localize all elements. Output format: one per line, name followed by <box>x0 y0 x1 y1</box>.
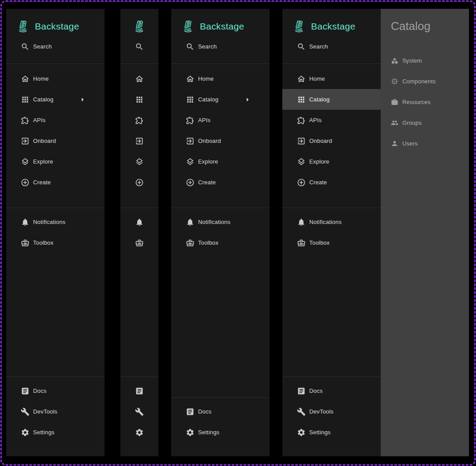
sidebar-expanded-selected: Backstage Search Home Catalog APIs Onboa… <box>282 9 381 456</box>
exit-to-app-icon <box>297 137 306 145</box>
document-icon <box>186 407 195 416</box>
sidebar-item-settings[interactable]: Settings <box>282 422 381 443</box>
item-label: Create <box>309 179 327 186</box>
sidebar-item-apis[interactable]: APIs <box>282 110 381 130</box>
sidebar-item-toolbox[interactable]: Toolbox <box>282 232 381 253</box>
sidebar-item-docs[interactable] <box>120 380 158 401</box>
sidebar-item-home[interactable]: Home <box>282 68 381 89</box>
item-label: Settings <box>33 429 55 436</box>
search-button[interactable]: Search <box>6 36 105 57</box>
sidebar-item-explore[interactable]: Explore <box>282 151 381 172</box>
brand-header[interactable]: Backstage <box>6 9 105 36</box>
bell-icon <box>186 218 195 227</box>
home-icon <box>186 75 195 83</box>
item-label: Docs <box>33 388 46 394</box>
sidebar-item-onboard[interactable]: Onboard <box>282 130 381 151</box>
submenu-item-system[interactable]: System <box>391 50 465 71</box>
gear-icon <box>21 428 30 437</box>
sidebar-item-apis[interactable] <box>120 110 158 130</box>
sidebar-item-settings[interactable]: Settings <box>171 422 270 443</box>
sidebar-item-settings[interactable] <box>120 422 158 443</box>
submenu-item-components[interactable]: Components <box>391 71 465 92</box>
exit-to-app-icon <box>186 137 195 145</box>
secondary-nav <box>120 208 158 253</box>
brand-header[interactable] <box>120 9 158 36</box>
search-label: Search <box>309 43 328 50</box>
sidebar-item-docs[interactable]: Docs <box>6 380 105 401</box>
sidebar-expanded-1: Backstage Search Home Catalog APIs Onboa… <box>6 9 105 456</box>
expand-arrow-icon[interactable] <box>243 95 252 104</box>
toolbox-icon <box>297 239 306 247</box>
submenu-item-users[interactable]: Users <box>391 133 465 154</box>
search-button[interactable] <box>120 36 158 57</box>
item-label: Notifications <box>198 219 230 225</box>
item-label: Create <box>33 179 51 186</box>
wrench-icon <box>135 407 144 416</box>
item-label: DevTools <box>33 408 57 415</box>
sidebar-expanded-2: Backstage Search Home Catalog APIs Onboa… <box>171 9 270 456</box>
sidebar-item-create[interactable]: Create <box>6 172 105 193</box>
spacer <box>282 253 381 377</box>
footer-nav: Docs DevTools Settings <box>282 377 381 456</box>
sidebar-item-notifications[interactable]: Notifications <box>171 212 270 232</box>
main-nav: Home Catalog APIs Onboard Explore Create <box>171 64 270 193</box>
sidebar-item-onboard[interactable]: Onboard <box>171 130 270 151</box>
add-circle-icon <box>297 178 306 187</box>
expand-arrow-icon[interactable] <box>78 95 87 104</box>
layers-icon <box>186 157 195 166</box>
footer-nav <box>120 377 158 456</box>
main-nav: Home Catalog APIs Onboard Explore Create <box>6 64 105 193</box>
item-label: Onboard <box>33 138 56 144</box>
item-label: Notifications <box>309 219 341 225</box>
sidebar-item-home[interactable] <box>120 68 158 89</box>
sidebar-item-catalog-selected[interactable]: Catalog <box>282 89 381 110</box>
briefcase-icon <box>391 98 398 106</box>
item-label: Toolbox <box>198 239 218 246</box>
sidebar-item-apis[interactable]: APIs <box>6 110 105 130</box>
item-label: Docs <box>198 408 211 415</box>
secondary-nav: Notifications Toolbox <box>282 208 381 253</box>
backstage-wordmark: Backstage <box>200 21 244 32</box>
sidebar-item-toolbox[interactable]: Toolbox <box>171 232 270 253</box>
sidebar-item-onboard[interactable] <box>120 130 158 151</box>
sidebar-item-home[interactable]: Home <box>6 68 105 89</box>
item-label: APIs <box>309 117 322 123</box>
apps-grid-icon <box>186 95 195 104</box>
sidebar-item-home[interactable]: Home <box>171 68 270 89</box>
sidebar-item-explore[interactable] <box>120 151 158 172</box>
brand-header[interactable]: Backstage <box>171 9 270 36</box>
sidebar-item-explore[interactable]: Explore <box>171 151 270 172</box>
search-button[interactable]: Search <box>282 36 381 57</box>
sidebar-item-catalog[interactable]: Catalog <box>6 89 105 110</box>
gear-icon <box>297 428 306 437</box>
sidebar-item-toolbox[interactable] <box>120 232 158 253</box>
sidebar-item-create[interactable] <box>120 172 158 193</box>
sidebar-item-notifications[interactable]: Notifications <box>282 212 381 232</box>
sidebar-item-settings[interactable]: Settings <box>6 422 105 443</box>
sidebar-item-create[interactable]: Create <box>171 172 270 193</box>
sidebar-item-devtools[interactable]: DevTools <box>6 401 105 422</box>
sidebar-item-devtools[interactable]: DevTools <box>282 401 381 422</box>
sidebar-item-create[interactable]: Create <box>282 172 381 193</box>
item-label: Onboard <box>309 138 332 144</box>
sidebar-item-explore[interactable]: Explore <box>6 151 105 172</box>
item-label: Catalog <box>198 96 218 103</box>
submenu-item-groups[interactable]: Groups <box>391 112 465 133</box>
sidebar-item-toolbox[interactable]: Toolbox <box>6 232 105 253</box>
sidebar-item-devtools[interactable] <box>120 401 158 422</box>
submenu-item-resources[interactable]: Resources <box>391 92 465 112</box>
sidebar-item-notifications[interactable] <box>120 212 158 232</box>
sidebar-item-docs[interactable]: Docs <box>282 380 381 401</box>
sidebar-item-notifications[interactable]: Notifications <box>6 212 105 232</box>
sidebar-item-apis[interactable]: APIs <box>171 110 270 130</box>
submenu-item-label: Groups <box>402 119 422 126</box>
layers-icon <box>135 157 144 166</box>
sidebar-item-onboard[interactable]: Onboard <box>6 130 105 151</box>
document-icon <box>21 387 30 395</box>
sidebar-item-catalog[interactable] <box>120 89 158 110</box>
brand-header[interactable]: Backstage <box>282 9 381 36</box>
sidebar-item-catalog[interactable]: Catalog <box>171 89 270 110</box>
sidebar-item-docs[interactable]: Docs <box>171 401 270 422</box>
search-button[interactable]: Search <box>171 36 270 57</box>
submenu-item-label: Resources <box>402 99 431 105</box>
